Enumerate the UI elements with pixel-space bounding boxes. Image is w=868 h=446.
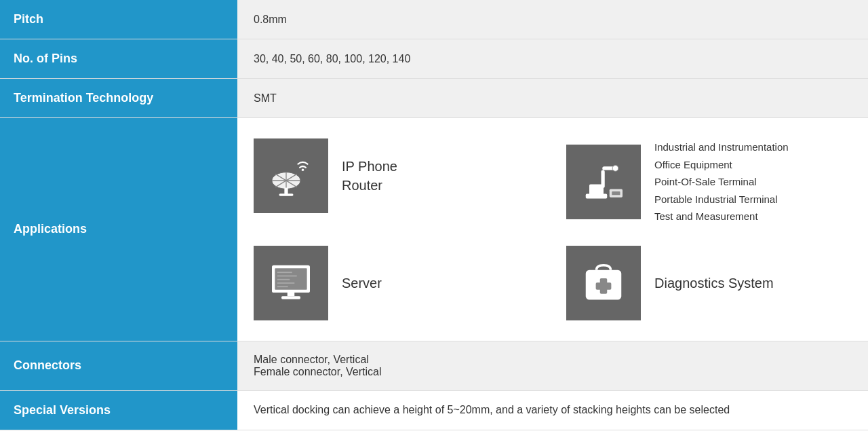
svg-rect-27	[596, 282, 612, 290]
pins-label: No. of Pins	[0, 39, 237, 79]
svg-rect-11	[601, 170, 605, 187]
pitch-row: Pitch 0.8mm	[0, 0, 868, 39]
svg-point-13	[612, 165, 618, 171]
connectors-text: Male connector, VerticalFemale connector…	[254, 354, 382, 377]
svg-rect-23	[288, 293, 295, 296]
connectors-label: Connectors	[0, 341, 237, 390]
special-label: Special Versions	[0, 390, 237, 430]
svg-rect-15	[612, 191, 620, 195]
industrial-icon	[566, 145, 641, 219]
applications-grid: IP PhoneRouter	[254, 138, 852, 320]
pitch-value: 0.8mm	[237, 0, 868, 39]
special-value: Vertical docking can achieve a height of…	[237, 390, 868, 430]
pitch-label: Pitch	[0, 0, 237, 39]
connectors-value: Male connector, VerticalFemale connector…	[237, 341, 868, 390]
termination-label: Termination Technology	[0, 79, 237, 118]
svg-rect-24	[281, 296, 300, 299]
pins-row: No. of Pins 30, 40, 50, 60, 80, 100, 120…	[0, 39, 868, 79]
app-label-diagnostics: Diagnostics System	[654, 274, 774, 293]
svg-point-8	[302, 169, 304, 172]
app-item-server: Server	[254, 246, 539, 320]
applications-value: IP PhoneRouter	[237, 118, 868, 341]
server-icon	[254, 246, 328, 320]
termination-value: SMT	[237, 79, 868, 118]
pins-value: 30, 40, 50, 60, 80, 100, 120, 140	[237, 39, 868, 79]
app-label-satellite: IP PhoneRouter	[342, 157, 397, 195]
applications-row: Applications	[0, 118, 868, 341]
diagnostics-icon	[566, 246, 641, 320]
applications-label: Applications	[0, 118, 237, 341]
connectors-row: Connectors Male connector, VerticalFemal…	[0, 341, 868, 390]
app-label-server: Server	[342, 274, 382, 293]
termination-row: Termination Technology SMT	[0, 79, 868, 118]
svg-rect-7	[279, 193, 294, 196]
satellite-icon	[254, 138, 328, 213]
special-row: Special Versions Vertical docking can ac…	[0, 390, 868, 430]
app-item-satellite: IP PhoneRouter	[254, 138, 539, 213]
app-item-industrial: Industrial and Instrumentation Office Eq…	[566, 138, 852, 225]
app-item-diagnostics: Diagnostics System	[566, 246, 852, 320]
app-label-industrial: Industrial and Instrumentation Office Eq…	[654, 138, 789, 225]
